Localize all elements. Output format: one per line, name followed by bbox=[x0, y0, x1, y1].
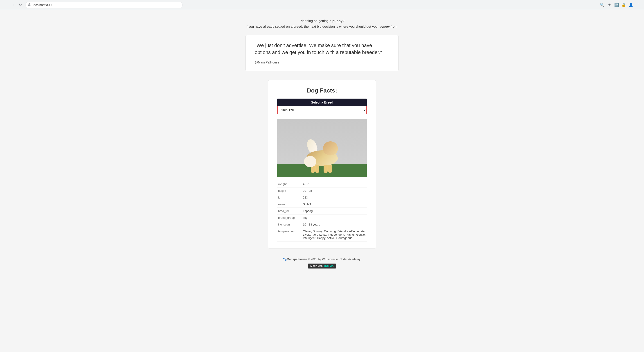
nav-buttons: ← → ↻ bbox=[3, 2, 24, 8]
dog-leg-4 bbox=[315, 165, 319, 173]
dog-facts-title: Dog Facts: bbox=[277, 87, 367, 94]
fact-key: bred_for bbox=[277, 208, 302, 214]
dog-image-container bbox=[277, 119, 367, 177]
paw-icon: 🐾 bbox=[283, 258, 287, 261]
browser-actions: 🔍 ★ 🆕 🔒 👤 ⋮ bbox=[599, 2, 641, 8]
table-row: name Shih Tzu bbox=[277, 201, 367, 208]
extension-icon[interactable]: 🆕 bbox=[614, 2, 620, 8]
info-icon: ⓘ bbox=[28, 3, 31, 7]
quote-text: "We just don't advertise. We make sure t… bbox=[255, 42, 389, 56]
dog-facts-card: Dog Facts: Select a Breed Shih Tzu Labra… bbox=[268, 80, 376, 248]
quote-author: @MansPalHouse bbox=[255, 60, 389, 64]
table-row: weight 4 - 7 bbox=[277, 181, 367, 188]
fact-value: Lapdog bbox=[302, 208, 367, 214]
fact-value: Clever, Spunky, Outgoing, Friendly, Affe… bbox=[302, 228, 367, 241]
select-breed-label: Select a Breed bbox=[277, 98, 367, 106]
fact-value: Shih Tzu bbox=[302, 201, 367, 208]
fact-key: life_span bbox=[277, 221, 302, 228]
copyright-text: © 2020 by W Esmundo. Coder Academy. bbox=[308, 258, 361, 261]
bookmark-icon[interactable]: ★ bbox=[606, 2, 612, 8]
fact-key: breed_group bbox=[277, 214, 302, 221]
select-breed-section: Select a Breed Shih Tzu Labrador Retriev… bbox=[277, 98, 367, 114]
back-button[interactable]: ← bbox=[3, 2, 9, 8]
fact-key: temperament bbox=[277, 228, 302, 241]
dog-fur bbox=[304, 156, 316, 167]
breed-select[interactable]: Shih Tzu Labrador Retriever German Sheph… bbox=[277, 106, 367, 114]
table-row: temperament Clever, Spunky, Outgoing, Fr… bbox=[277, 228, 367, 241]
bulma-badge: Made with BULMA bbox=[308, 264, 336, 268]
fact-key: name bbox=[277, 201, 302, 208]
quote-card: "We just don't advertise. We make sure t… bbox=[246, 35, 398, 71]
browser-chrome: ← → ↻ ⓘ 🔍 ★ 🆕 🔒 👤 ⋮ bbox=[0, 0, 644, 10]
fact-value: 10 - 18 years bbox=[302, 221, 367, 228]
fact-value: 4 - 7 bbox=[302, 181, 367, 188]
menu-icon[interactable]: ⋮ bbox=[635, 2, 641, 8]
fact-value: 223 bbox=[302, 194, 367, 201]
intro-line1: Planning on getting a puppy? bbox=[246, 19, 398, 23]
forward-button[interactable]: → bbox=[10, 2, 16, 8]
table-row: id 223 bbox=[277, 194, 367, 201]
table-row: height 20 - 28 bbox=[277, 187, 367, 194]
fact-key: height bbox=[277, 187, 302, 194]
intro-line2: If you have already settled on a breed, … bbox=[246, 24, 398, 28]
page-content: Planning on getting a puppy? If you have… bbox=[0, 10, 644, 352]
fact-key: weight bbox=[277, 181, 302, 188]
table-row: bred_for Lapdog bbox=[277, 208, 367, 214]
dog-image bbox=[277, 119, 367, 177]
dog-head bbox=[323, 141, 338, 155]
fact-value: Toy bbox=[302, 214, 367, 221]
made-with-label: Made with bbox=[310, 264, 323, 268]
dog-body bbox=[306, 150, 338, 166]
profile-icon[interactable]: 👤 bbox=[628, 2, 634, 8]
facts-table-body: weight 4 - 7 height 20 - 28 id 223 name … bbox=[277, 181, 367, 242]
search-icon[interactable]: 🔍 bbox=[599, 2, 605, 8]
footer: 🐾Manspalhouse © 2020 by W Esmundo. Coder… bbox=[283, 258, 361, 268]
facts-table: weight 4 - 7 height 20 - 28 id 223 name … bbox=[277, 181, 367, 242]
table-row: breed_group Toy bbox=[277, 214, 367, 221]
brand-name: Manspalhouse bbox=[287, 258, 307, 261]
lock-icon[interactable]: 🔒 bbox=[620, 2, 627, 8]
puppy-bold-1: puppy bbox=[332, 19, 342, 23]
intro-section: Planning on getting a puppy? If you have… bbox=[246, 19, 398, 28]
table-row: life_span 10 - 18 years bbox=[277, 221, 367, 228]
fact-key: id bbox=[277, 194, 302, 201]
reload-button[interactable]: ↻ bbox=[17, 2, 24, 8]
dog-leg-1 bbox=[328, 165, 332, 173]
fact-value: 20 - 28 bbox=[302, 187, 367, 194]
address-bar[interactable]: ⓘ bbox=[25, 2, 183, 8]
puppy-bold-2: puppy bbox=[380, 24, 390, 28]
url-input[interactable] bbox=[33, 3, 180, 7]
dog-leg-2 bbox=[324, 165, 328, 173]
footer-content: 🐾Manspalhouse © 2020 by W Esmundo. Coder… bbox=[283, 258, 361, 261]
bulma-logo: BULMA bbox=[324, 264, 334, 268]
